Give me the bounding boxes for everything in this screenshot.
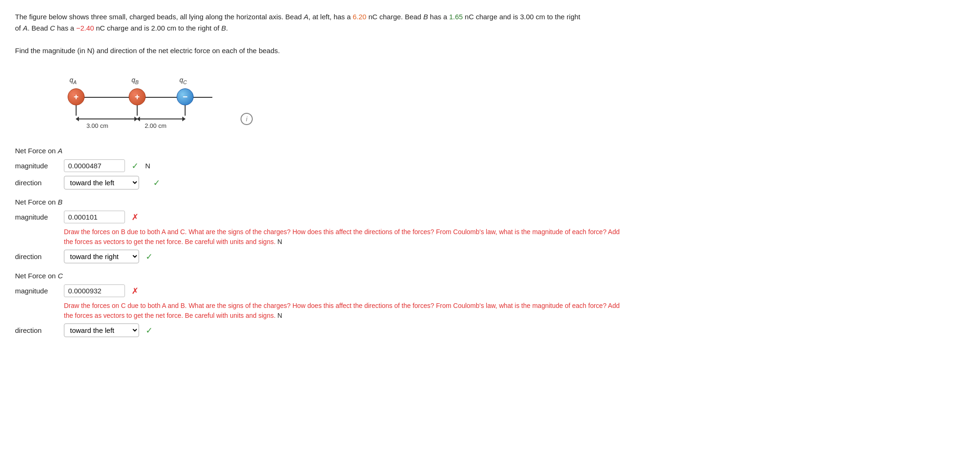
direction-c-row: direction toward the left toward the rig… xyxy=(15,323,737,337)
charge-c-value: −2.40 xyxy=(76,24,94,32)
magnitude-c-label: magnitude xyxy=(15,287,57,295)
bead-b: + xyxy=(129,88,146,105)
magnitude-a-input[interactable] xyxy=(64,159,125,172)
dist-label-bc: 2.00 cm xyxy=(145,122,166,129)
find-text: Find the magnitude (in N) and direction … xyxy=(15,45,737,56)
net-force-b-title: Net Force on B xyxy=(15,198,737,206)
direction-a-label: direction xyxy=(15,179,57,187)
net-force-b-section: Net Force on B magnitude ✗ Draw the forc… xyxy=(15,198,737,263)
magnitude-a-label: magnitude xyxy=(15,162,57,170)
problem-line1c: nC charge and is 3.00 cm to the right xyxy=(463,13,580,21)
bead-a: + xyxy=(68,88,85,105)
magnitude-c-hint: Draw the forces on C due to both A and B… xyxy=(64,301,628,321)
direction-b-check-icon: ✓ xyxy=(146,252,153,262)
direction-a-select[interactable]: toward the left toward the right xyxy=(64,176,139,189)
bead-c: − xyxy=(177,88,194,105)
magnitude-c-input[interactable] xyxy=(64,284,125,297)
charge-b-value: 1.65 xyxy=(449,13,463,21)
tick-c xyxy=(185,105,186,116)
direction-b-label: direction xyxy=(15,252,57,260)
net-force-c-section: Net Force on C magnitude ✗ Draw the forc… xyxy=(15,272,737,337)
dist-label-ab: 3.00 cm xyxy=(86,122,108,129)
dist-arrow-ab xyxy=(76,118,137,119)
magnitude-b-row: magnitude ✗ xyxy=(15,211,737,223)
magnitude-b-hint: Draw the forces on B due to both A and C… xyxy=(64,227,628,247)
problem-text: The figure below shows three small, char… xyxy=(15,11,737,56)
charge-a-value: 6.20 xyxy=(353,13,366,21)
direction-a-row: direction toward the left toward the rig… xyxy=(15,176,737,189)
direction-c-label: direction xyxy=(15,326,57,334)
tick-a xyxy=(76,105,77,116)
net-force-a-title: Net Force on A xyxy=(15,147,737,155)
net-force-a-section: Net Force on A magnitude ✓ N direction t… xyxy=(15,147,737,189)
magnitude-b-input[interactable] xyxy=(64,211,125,223)
net-force-c-title: Net Force on C xyxy=(15,272,737,280)
problem-line1: The figure below shows three small, char… xyxy=(15,13,353,21)
magnitude-b-cross-icon: ✗ xyxy=(132,212,139,222)
magnitude-c-cross-icon: ✗ xyxy=(132,286,139,296)
direction-b-row: direction toward the right toward the le… xyxy=(15,250,737,263)
magnitude-a-row: magnitude ✓ N xyxy=(15,159,737,172)
direction-b-select[interactable]: toward the right toward the left xyxy=(64,250,139,263)
dist-arrow-bc xyxy=(137,118,185,119)
label-qb: qB xyxy=(132,76,139,85)
label-qc: qC xyxy=(179,76,187,85)
problem-line1b: nC charge. Bead B has a xyxy=(366,13,449,21)
magnitude-a-unit: N xyxy=(145,162,150,170)
problem-line2: of A. Bead C has a xyxy=(15,24,76,32)
direction-c-select[interactable]: toward the left toward the right xyxy=(64,323,139,337)
magnitude-a-check-icon: ✓ xyxy=(132,161,139,171)
magnitude-c-row: magnitude ✗ xyxy=(15,284,737,297)
direction-c-check-icon: ✓ xyxy=(146,325,153,336)
problem-line2b: nC charge and is 2.00 cm to the right of… xyxy=(94,24,228,32)
label-qa: qA xyxy=(70,76,77,85)
tick-b xyxy=(137,105,138,116)
direction-a-check-icon: ✓ xyxy=(153,178,160,188)
magnitude-b-label: magnitude xyxy=(15,213,57,221)
figure-area: qA qB qC + + − 3.00 cm 2.00 cm i xyxy=(62,68,737,134)
info-icon[interactable]: i xyxy=(241,113,253,125)
bead-diagram: qA qB qC + + − 3.00 cm 2.00 cm xyxy=(62,68,222,134)
